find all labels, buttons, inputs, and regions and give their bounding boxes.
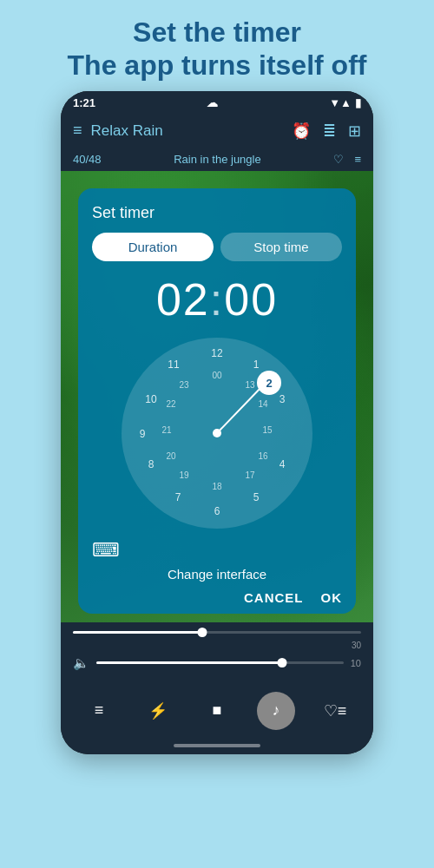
- status-battery-icon: ▮: [355, 96, 361, 109]
- time-colon: :: [210, 274, 224, 325]
- progress-labels: 30: [73, 641, 361, 650]
- player-section: 30 🔈 10: [61, 622, 373, 685]
- status-signal-icon: ▼▲: [329, 96, 352, 109]
- grid-icon[interactable]: ⊞: [348, 122, 361, 141]
- tab-stop-time[interactable]: Stop time: [220, 233, 342, 261]
- svg-text:7: 7: [175, 491, 181, 503]
- clock-svg: 12 1 3 4 5 6 7 8 9 10 11 00: [122, 338, 312, 529]
- home-bar: [174, 744, 260, 747]
- status-bar: 1:21 ☁ ▼▲ ▮: [61, 91, 373, 115]
- svg-text:18: 18: [212, 482, 222, 491]
- nav-favorites-icon: ♡≡: [324, 701, 347, 720]
- nav-bolt-button[interactable]: ⚡: [139, 692, 177, 730]
- cancel-button[interactable]: CANCEL: [244, 590, 304, 605]
- header-line2: The app turns itself off: [68, 49, 367, 82]
- svg-text:10: 10: [145, 393, 157, 405]
- time-display: 02:00: [156, 273, 278, 326]
- progress-bar[interactable]: [73, 631, 361, 634]
- svg-text:16: 16: [258, 451, 268, 461]
- app-header-icons: ⏰ ≣ ⊞: [292, 122, 361, 141]
- svg-text:6: 6: [214, 505, 220, 517]
- time-hours: 02: [156, 274, 210, 325]
- svg-text:20: 20: [166, 451, 176, 461]
- status-wifi-icon: ☁: [207, 96, 218, 109]
- heart-icon[interactable]: ♡: [333, 153, 344, 166]
- svg-text:4: 4: [279, 458, 286, 470]
- volume-thumb: [277, 658, 286, 667]
- volume-icon: 🔈: [73, 655, 89, 671]
- tab-row: Duration Stop time: [92, 233, 342, 261]
- track-right: ♡ ≡: [333, 153, 361, 166]
- svg-text:2: 2: [266, 377, 272, 390]
- app-header: ≡ Relax Rain ⏰ ≣ ⊞: [61, 115, 373, 148]
- top-header: Set the timer The app turns itself off: [50, 0, 385, 91]
- svg-text:21: 21: [161, 425, 172, 435]
- playlist-icon[interactable]: ≡: [354, 153, 361, 166]
- nav-music-icon: ♪: [273, 701, 280, 720]
- svg-text:00: 00: [212, 371, 222, 380]
- alarm-icon[interactable]: ⏰: [292, 122, 311, 141]
- time-minutes: 00: [224, 274, 278, 325]
- header-line1: Set the timer: [68, 16, 367, 49]
- svg-text:14: 14: [258, 399, 268, 409]
- status-right: ▼▲ ▮: [329, 96, 361, 109]
- progress-fill: [73, 631, 202, 634]
- svg-text:15: 15: [262, 425, 273, 435]
- status-time: 1:21: [73, 96, 95, 109]
- change-interface-label[interactable]: Change interface: [168, 567, 266, 582]
- progress-end: 30: [352, 641, 361, 650]
- nav-favorites-button[interactable]: ♡≡: [316, 692, 354, 730]
- svg-line-23: [217, 386, 262, 433]
- svg-text:22: 22: [166, 399, 176, 409]
- svg-text:12: 12: [211, 347, 223, 359]
- main-content: Set timer Duration Stop time 02:00 12 1: [61, 171, 373, 622]
- nav-bolt-icon: ⚡: [148, 701, 168, 720]
- phone-frame: 1:21 ☁ ▼▲ ▮ ≡ Relax Rain ⏰ ≣ ⊞ 40/48 Rai…: [61, 91, 373, 754]
- track-name: Rain in the jungle: [174, 153, 260, 166]
- nav-stop-button[interactable]: ■: [198, 692, 236, 730]
- svg-text:8: 8: [148, 458, 155, 470]
- volume-row: 🔈 10: [73, 655, 361, 671]
- svg-text:17: 17: [245, 470, 255, 480]
- list-icon[interactable]: ≣: [323, 122, 336, 141]
- keyboard-icon[interactable]: ⌨: [92, 539, 120, 562]
- app-title: Relax Rain: [91, 122, 163, 140]
- app-header-left: ≡ Relax Rain: [73, 122, 163, 140]
- tab-duration[interactable]: Duration: [92, 233, 214, 261]
- nav-list-icon: ≡: [95, 701, 104, 720]
- timer-dialog: Set timer Duration Stop time 02:00 12 1: [78, 188, 356, 614]
- ok-button[interactable]: OK: [321, 590, 343, 605]
- svg-text:13: 13: [245, 380, 255, 390]
- nav-stop-icon: ■: [213, 701, 222, 720]
- menu-icon[interactable]: ≡: [73, 122, 82, 140]
- clock-face: 12 1 3 4 5 6 7 8 9 10 11 00: [122, 338, 312, 529]
- nav-list-button[interactable]: ≡: [80, 692, 118, 730]
- svg-text:3: 3: [279, 393, 286, 405]
- svg-text:11: 11: [168, 358, 180, 371]
- svg-point-24: [213, 429, 221, 437]
- svg-text:1: 1: [253, 358, 260, 371]
- clock-container[interactable]: 12 1 3 4 5 6 7 8 9 10 11 00: [122, 338, 312, 529]
- volume-fill: [96, 661, 282, 664]
- volume-bar[interactable]: [96, 661, 344, 664]
- svg-text:5: 5: [253, 491, 260, 503]
- track-position: 40/48: [73, 153, 102, 166]
- svg-text:23: 23: [179, 380, 189, 390]
- progress-thumb: [198, 628, 207, 637]
- home-indicator: [61, 740, 373, 754]
- bottom-nav: ≡ ⚡ ■ ♪ ♡≡: [61, 685, 373, 740]
- timer-title: Set timer: [92, 204, 155, 222]
- svg-text:19: 19: [179, 470, 189, 480]
- nav-music-button[interactable]: ♪: [257, 692, 295, 730]
- svg-text:9: 9: [140, 428, 146, 440]
- track-bar: 40/48 Rain in the jungle ♡ ≡: [61, 148, 373, 171]
- volume-label: 10: [351, 658, 361, 668]
- dialog-buttons: CANCEL OK: [92, 590, 342, 605]
